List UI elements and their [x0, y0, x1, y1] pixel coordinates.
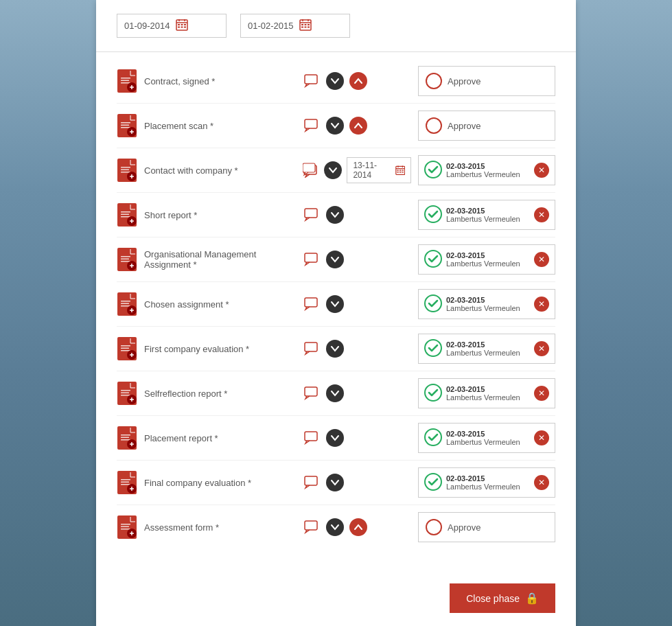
remove-button-contact-with-company[interactable]: ✕ [534, 163, 549, 178]
download-button-assessment-form[interactable] [325, 518, 345, 537]
status-box-short-report[interactable]: 02-03-2015 Lambertus Vermeulen ✕ [418, 200, 555, 230]
doc-icon-chosen-assignment [117, 292, 137, 316]
comment-button-contract-signed[interactable] [302, 71, 321, 91]
svg-rect-16 [308, 24, 310, 25]
svg-rect-143 [121, 524, 130, 525]
comment-button-organisational-management[interactable] [302, 250, 321, 269]
end-date-wrapper[interactable]: 01-02-2015 [240, 14, 350, 38]
svg-rect-7 [178, 27, 180, 28]
svg-rect-24 [121, 82, 130, 84]
download-button-short-report[interactable] [325, 205, 345, 224]
status-info-final-company-evaluation: 02-03-2015 Lambertus Vermeulen [446, 474, 530, 491]
status-box-placement-report[interactable]: 02-03-2015 Lambertus Vermeulen ✕ [418, 423, 555, 453]
comment-button-placement-scan[interactable] [302, 116, 321, 135]
remove-button-placement-report[interactable]: ✕ [534, 430, 549, 445]
approved-by-organisational-management: Lambertus Vermeulen [446, 259, 530, 268]
status-box-final-company-evaluation[interactable]: 02-03-2015 Lambertus Vermeulen ✕ [418, 467, 555, 498]
svg-point-129 [425, 429, 441, 445]
svg-rect-93 [131, 308, 132, 312]
approved-date-short-report: 02-03-2015 [446, 207, 530, 215]
svg-rect-15 [304, 24, 306, 25]
svg-rect-27 [131, 85, 132, 89]
upload-button-assessment-form[interactable] [349, 518, 368, 537]
item-row-placement-scan: Placement scan * Approve [117, 104, 555, 148]
close-phase-button[interactable]: Close phase 🔒 [450, 583, 555, 613]
comment-button-selfreflection-report[interactable] [302, 384, 321, 403]
svg-rect-122 [121, 437, 129, 439]
download-button-selfreflection-report[interactable] [325, 384, 345, 403]
remove-button-short-report[interactable]: ✕ [534, 207, 549, 222]
comment-button-assessment-form[interactable] [302, 518, 321, 537]
item-label-placement-scan: Placement scan * [144, 121, 295, 131]
item-actions-chosen-assignment [302, 294, 411, 314]
item-label-placement-report: Placement report * [144, 433, 295, 443]
download-button-placement-scan[interactable] [325, 116, 345, 135]
svg-point-140 [425, 474, 441, 490]
approved-date-final-company-evaluation: 02-03-2015 [446, 474, 530, 483]
comment-button-contact-with-company[interactable] [302, 161, 319, 180]
comment-button-chosen-assignment[interactable] [302, 294, 321, 314]
remove-button-chosen-assignment[interactable]: ✕ [534, 297, 549, 312]
svg-point-52 [324, 161, 342, 179]
end-date-value: 01-02-2015 [248, 21, 294, 31]
svg-rect-82 [131, 264, 132, 268]
svg-rect-49 [131, 174, 132, 178]
svg-rect-66 [121, 211, 130, 213]
remove-button-organisational-management[interactable]: ✕ [534, 252, 549, 267]
item-row-selfreflection-report: Selfreflection report * 02-03-2015 Lambe… [117, 371, 555, 416]
doc-icon-assessment-form [117, 515, 137, 540]
start-calendar-icon[interactable] [176, 19, 188, 33]
comment-button-final-company-evaluation[interactable] [302, 473, 321, 492]
svg-point-74 [425, 206, 441, 222]
download-button-chosen-assignment[interactable] [325, 294, 345, 314]
svg-rect-77 [121, 256, 130, 257]
end-calendar-icon[interactable] [299, 19, 312, 33]
status-box-chosen-assignment[interactable]: 02-03-2015 Lambertus Vermeulen ✕ [418, 289, 555, 319]
svg-rect-18 [304, 27, 306, 28]
svg-point-30 [349, 72, 367, 90]
remove-button-selfreflection-report[interactable]: ✕ [534, 386, 549, 401]
status-info-organisational-management: 02-03-2015 Lambertus Vermeulen [446, 251, 530, 268]
svg-rect-38 [131, 130, 132, 134]
upload-button-placement-scan[interactable] [349, 116, 368, 135]
status-box-selfreflection-report[interactable]: 02-03-2015 Lambertus Vermeulen ✕ [418, 378, 555, 408]
download-button-organisational-management[interactable] [325, 250, 345, 269]
remove-button-first-company-evaluation[interactable]: ✕ [534, 341, 549, 356]
download-button-placement-report[interactable] [325, 428, 345, 448]
download-button-contract-signed[interactable] [325, 71, 345, 91]
download-button-final-company-evaluation[interactable] [325, 473, 345, 492]
svg-rect-14 [301, 24, 303, 25]
status-box-contact-with-company[interactable]: 02-03-2015 Lambertus Vermeulen ✕ [418, 155, 555, 185]
approved-by-contact-with-company: Lambertus Vermeulen [446, 170, 530, 178]
item-actions-first-company-evaluation [302, 339, 411, 358]
start-date-wrapper[interactable]: 01-09-2014 [117, 14, 227, 38]
upload-button-contract-signed[interactable] [349, 71, 368, 91]
approve-label-placement-scan: Approve [448, 121, 480, 131]
status-box-first-company-evaluation[interactable]: 02-03-2015 Lambertus Vermeulen ✕ [418, 334, 555, 364]
green-check-organisational-management [424, 250, 442, 270]
item-label-short-report: Short report * [144, 210, 295, 220]
download-button-contact-with-company[interactable] [323, 161, 343, 180]
svg-rect-71 [131, 219, 132, 223]
status-box-assessment-form[interactable]: Approve [418, 512, 555, 542]
comment-button-placement-report[interactable] [302, 428, 321, 448]
doc-icon-contact-with-company [117, 158, 137, 183]
download-button-first-company-evaluation[interactable] [325, 339, 345, 358]
svg-rect-5 [181, 24, 183, 25]
comment-button-short-report[interactable] [302, 205, 321, 224]
svg-rect-104 [131, 353, 132, 357]
approved-by-chosen-assignment: Lambertus Vermeulen [446, 304, 530, 312]
status-info-placement-report: 02-03-2015 Lambertus Vermeulen [446, 430, 530, 446]
svg-rect-145 [121, 529, 130, 530]
status-box-contract-signed[interactable]: Approve [418, 66, 555, 96]
svg-rect-51 [303, 163, 315, 172]
status-box-placement-scan[interactable]: Approve [418, 111, 555, 141]
approve-label-contract-signed: Approve [448, 76, 480, 86]
svg-point-151 [349, 518, 367, 536]
status-box-organisational-management[interactable]: 02-03-2015 Lambertus Vermeulen ✕ [418, 244, 555, 275]
date-field-contact-with-company[interactable]: 13-11-2014 [347, 157, 411, 183]
comment-button-first-company-evaluation[interactable] [302, 339, 321, 358]
svg-point-63 [425, 161, 441, 178]
remove-button-final-company-evaluation[interactable]: ✕ [534, 475, 549, 490]
svg-rect-22 [121, 78, 130, 79]
